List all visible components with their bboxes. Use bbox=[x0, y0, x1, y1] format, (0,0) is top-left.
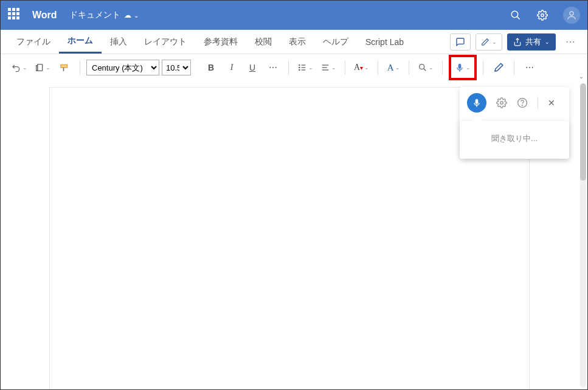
svg-point-2 bbox=[541, 14, 544, 17]
italic-button[interactable]: I bbox=[223, 58, 241, 77]
share-label: 共有 bbox=[525, 37, 541, 47]
font-color-icon: A bbox=[354, 63, 360, 72]
svg-point-16 bbox=[420, 64, 424, 69]
scrollbar-thumb[interactable] bbox=[580, 83, 586, 181]
toolbar-separator bbox=[409, 60, 409, 75]
font-size-select[interactable]: 10.5 bbox=[162, 60, 191, 75]
svg-rect-6 bbox=[36, 66, 38, 71]
svg-rect-20 bbox=[476, 99, 478, 104]
popup-pointer-icon bbox=[473, 116, 483, 121]
tab-layout[interactable]: レイアウト bbox=[136, 30, 195, 54]
bullets-button[interactable]: ⌄ bbox=[295, 58, 316, 77]
editor-button[interactable] bbox=[489, 58, 508, 77]
toolbar-separator bbox=[80, 60, 80, 75]
search-icon[interactable] bbox=[510, 9, 522, 21]
svg-rect-18 bbox=[458, 64, 461, 69]
chevron-down-icon: ⌄ bbox=[331, 64, 336, 71]
svg-point-0 bbox=[511, 11, 518, 18]
share-button[interactable]: 共有 ⌄ bbox=[507, 33, 556, 50]
font-name-select[interactable]: Century (本文) bbox=[86, 60, 159, 75]
svg-rect-5 bbox=[38, 64, 43, 71]
dictate-button-highlighted: ⌄ bbox=[449, 55, 477, 80]
document-name-dropdown[interactable]: ⌄ bbox=[134, 12, 139, 19]
chevron-down-icon: ⌄ bbox=[429, 64, 434, 71]
svg-line-17 bbox=[424, 69, 426, 71]
styles-icon: A bbox=[387, 63, 394, 73]
dictation-close-icon[interactable]: ✕ bbox=[548, 98, 555, 108]
tab-file[interactable]: ファイル bbox=[8, 30, 59, 54]
chevron-down-icon: ⌄ bbox=[364, 64, 369, 71]
toolbar-separator bbox=[288, 60, 289, 75]
dictation-help-icon[interactable] bbox=[517, 97, 528, 108]
dictation-popup: ✕ 聞き取り中... bbox=[460, 87, 569, 159]
home-toolbar: ⌄ ⌄ Century (本文) 10.5 B I U ⋯ ⌄ ⌄ A▾ ⌄ A… bbox=[1, 54, 587, 81]
chevron-down-icon: ⌄ bbox=[46, 64, 50, 71]
chevron-down-icon: ⌄ bbox=[308, 64, 313, 71]
format-painter-button[interactable] bbox=[55, 58, 74, 77]
editing-mode-button[interactable]: ⌄ bbox=[476, 33, 502, 50]
underline-button[interactable]: U bbox=[243, 58, 261, 77]
toolbar-separator bbox=[483, 60, 483, 75]
tab-view[interactable]: 表示 bbox=[280, 30, 314, 54]
app-name: Word bbox=[32, 10, 57, 21]
tab-review[interactable]: 校閲 bbox=[246, 30, 280, 54]
bold-button[interactable]: B bbox=[202, 58, 220, 77]
chevron-down-icon: ⌄ bbox=[545, 39, 550, 45]
title-bar-right bbox=[510, 7, 580, 24]
bold-icon: B bbox=[208, 63, 214, 72]
svg-line-1 bbox=[517, 16, 520, 19]
collapse-ribbon-icon[interactable]: ⌄ bbox=[579, 73, 584, 80]
svg-point-24 bbox=[522, 105, 523, 106]
document-name[interactable]: ドキュメント bbox=[69, 10, 120, 21]
dictation-settings-icon[interactable] bbox=[496, 97, 507, 108]
dictate-button[interactable]: ⌄ bbox=[452, 58, 473, 77]
cloud-saved-icon: ☁ bbox=[124, 11, 131, 19]
toolbar-separator bbox=[442, 60, 443, 75]
chevron-down-icon: ⌄ bbox=[22, 64, 27, 71]
tab-help[interactable]: ヘルプ bbox=[314, 30, 357, 54]
popup-separator bbox=[538, 97, 538, 109]
svg-point-9 bbox=[299, 67, 300, 68]
svg-point-11 bbox=[299, 69, 300, 70]
svg-point-3 bbox=[570, 12, 573, 15]
underline-icon: U bbox=[249, 63, 255, 72]
toolbar-separator bbox=[345, 60, 345, 75]
tab-scriptlab[interactable]: Script Lab bbox=[357, 30, 412, 54]
tab-references[interactable]: 参考資料 bbox=[195, 30, 246, 54]
dictation-status-text: 聞き取り中... bbox=[491, 134, 538, 143]
dictation-status-panel: 聞き取り中... bbox=[460, 121, 569, 159]
dictation-mic-button[interactable] bbox=[467, 93, 486, 113]
user-avatar-icon[interactable] bbox=[563, 7, 580, 24]
vertical-scrollbar[interactable] bbox=[580, 83, 586, 388]
clipboard-button[interactable]: ⌄ bbox=[32, 58, 53, 77]
document-page[interactable] bbox=[49, 87, 530, 389]
comments-button[interactable] bbox=[450, 33, 471, 50]
document-area: ✕ 聞き取り中... bbox=[1, 81, 587, 389]
tab-home[interactable]: ホーム bbox=[59, 30, 102, 54]
toolbar-separator bbox=[378, 60, 378, 75]
find-button[interactable]: ⌄ bbox=[415, 58, 436, 77]
styles-button[interactable]: A ⌄ bbox=[384, 58, 403, 77]
tab-insert[interactable]: 挿入 bbox=[102, 30, 136, 54]
chevron-down-icon: ⌄ bbox=[395, 64, 400, 71]
ribbon-more-icon[interactable]: ⋯ bbox=[561, 36, 580, 47]
app-launcher-icon[interactable] bbox=[8, 8, 22, 23]
title-bar: Word ドキュメント ☁ ⌄ bbox=[1, 1, 587, 30]
undo-button[interactable]: ⌄ bbox=[9, 58, 30, 77]
svg-point-7 bbox=[299, 64, 300, 65]
chevron-down-icon: ⌄ bbox=[492, 39, 497, 45]
italic-icon: I bbox=[230, 63, 233, 72]
alignment-button[interactable]: ⌄ bbox=[318, 58, 339, 77]
settings-gear-icon[interactable] bbox=[536, 9, 548, 21]
font-more-button[interactable]: ⋯ bbox=[264, 58, 282, 77]
toolbar-more-button[interactable]: ⋯ bbox=[521, 58, 539, 77]
svg-point-22 bbox=[500, 102, 503, 105]
dictation-popup-header: ✕ bbox=[460, 87, 569, 119]
ribbon-tabs-right: ⌄ 共有 ⌄ ⋯ bbox=[450, 33, 580, 50]
ribbon-tabs: ファイル ホーム 挿入 レイアウト 参考資料 校閲 表示 ヘルプ Script … bbox=[1, 30, 587, 54]
font-color-button[interactable]: A▾ ⌄ bbox=[351, 58, 372, 77]
chevron-down-icon: ⌄ bbox=[466, 64, 471, 71]
toolbar-separator bbox=[514, 60, 514, 75]
